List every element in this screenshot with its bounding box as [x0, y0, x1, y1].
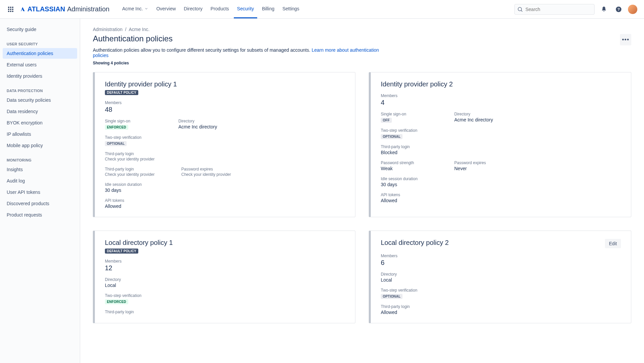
- policy-title: Identity provider policy 2: [381, 80, 621, 88]
- pw-expires-value: Never: [454, 166, 501, 171]
- sso-status: ENFORCED: [105, 125, 128, 130]
- directory-label: Directory: [381, 272, 621, 277]
- thirdparty-sub-2: Check your identity provider: [105, 172, 155, 177]
- sidebar-item-mobile-app-policy[interactable]: Mobile app policy: [3, 140, 77, 151]
- policy-title: Identity provider policy 1: [105, 80, 345, 88]
- directory-label: Directory: [178, 119, 225, 123]
- notifications-icon[interactable]: [599, 4, 609, 15]
- directory-value: Acme Inc directory: [178, 124, 225, 129]
- showing-count: Showing 4 policies: [93, 61, 631, 65]
- sidebar-header-monitoring: MONITORING: [3, 151, 77, 164]
- top-bar: ATLASSIAN Administration Acme Inc. Overv…: [0, 0, 644, 19]
- pw-expires-label: Password expires: [454, 160, 501, 165]
- idle-value: 30 days: [105, 188, 345, 193]
- pw-expires-label: Password expires: [181, 167, 231, 171]
- sidebar-header-user-security: USER SECURITY: [3, 35, 77, 48]
- more-actions-button[interactable]: •••: [620, 34, 631, 45]
- main-content: Administration / Acme Inc. Authenticatio…: [80, 19, 644, 363]
- twostep-status: OPTIONAL: [381, 294, 402, 299]
- thirdparty-label: Third-party login: [105, 151, 345, 156]
- topbar-right: ?: [514, 4, 637, 15]
- thirdparty-label: Third-party login: [105, 310, 345, 314]
- default-policy-badge: DEFAULT POLICY: [105, 90, 138, 95]
- sso-label: Single sign-on: [381, 112, 428, 116]
- twostep-status: OPTIONAL: [381, 134, 402, 139]
- members-value: 12: [105, 264, 345, 272]
- policy-card: Identity provider policy 1 DEFAULT POLIC…: [93, 72, 355, 217]
- svg-line-1: [521, 10, 522, 11]
- policy-card: Identity provider policy 2 Members 4 Sin…: [369, 72, 631, 217]
- members-label: Members: [105, 100, 345, 105]
- sidebar-item-insights[interactable]: Insights: [3, 164, 77, 175]
- pw-strength-value: Weak: [381, 166, 428, 171]
- search-input[interactable]: [514, 4, 595, 15]
- sidebar-item-ip-allowlists[interactable]: IP allowlists: [3, 129, 77, 139]
- nav-billing[interactable]: Billing: [259, 0, 278, 18]
- sidebar-item-identity-providers[interactable]: Identity providers: [3, 71, 77, 81]
- pw-strength-label: Password strength: [381, 160, 428, 165]
- default-policy-badge: DEFAULT POLICY: [105, 249, 138, 254]
- thirdparty-sub: Check your identity provider: [105, 157, 345, 161]
- sidebar-item-byok[interactable]: BYOK encryption: [3, 117, 77, 128]
- breadcrumb: Administration / Acme Inc.: [93, 27, 631, 32]
- sidebar-item-product-requests[interactable]: Product requests: [3, 210, 77, 220]
- twostep-label: Two-step verification: [105, 293, 345, 298]
- org-name: Acme Inc.: [122, 6, 143, 11]
- search-box: [514, 4, 595, 15]
- edit-button[interactable]: Edit: [605, 239, 621, 248]
- thirdparty-value: Blocked: [381, 150, 621, 155]
- api-label: API tokens: [105, 198, 345, 203]
- avatar[interactable]: [628, 5, 637, 14]
- directory-value: Local: [105, 283, 345, 288]
- svg-point-0: [518, 7, 522, 11]
- sso-label: Single sign-on: [105, 119, 152, 123]
- thirdparty-label: Third-party login: [381, 144, 621, 149]
- nav-products[interactable]: Products: [207, 0, 232, 18]
- svg-text:?: ?: [617, 7, 620, 11]
- org-dropdown[interactable]: Acme Inc.: [119, 0, 152, 18]
- nav-security[interactable]: Security: [234, 0, 258, 18]
- members-label: Members: [105, 259, 345, 264]
- sidebar-item-user-api-tokens[interactable]: User API tokens: [3, 187, 77, 198]
- api-label: API tokens: [381, 193, 621, 197]
- page-title: Authentication policies: [93, 34, 173, 43]
- sidebar-item-external-users[interactable]: External users: [3, 59, 77, 70]
- members-value: 4: [381, 99, 621, 106]
- sidebar-header-data-protection: DATA PROTECTION: [3, 82, 77, 95]
- breadcrumb-admin[interactable]: Administration: [93, 27, 123, 32]
- members-value: 6: [381, 259, 621, 267]
- twostep-status: ENFORCED: [105, 299, 128, 304]
- api-value: Allowed: [105, 204, 345, 209]
- twostep-label: Two-step verification: [381, 128, 621, 133]
- policy-card: Local directory policy 2 Edit Members 6 …: [369, 231, 631, 323]
- sidebar-security-guide[interactable]: Security guide: [3, 24, 77, 35]
- policy-title: Local directory policy 1: [105, 239, 345, 247]
- thirdparty-label: Third-party login: [381, 304, 621, 309]
- sidebar-item-audit-log[interactable]: Audit log: [3, 175, 77, 186]
- nav-directory[interactable]: Directory: [180, 0, 206, 18]
- sidebar-item-discovered-products[interactable]: Discovered products: [3, 198, 77, 209]
- top-nav: Acme Inc. Overview Directory Products Se…: [119, 0, 303, 18]
- nav-settings[interactable]: Settings: [279, 0, 303, 18]
- policy-cards: Identity provider policy 1 DEFAULT POLIC…: [93, 72, 631, 323]
- nav-overview[interactable]: Overview: [153, 0, 179, 18]
- idle-value: 30 days: [381, 182, 621, 187]
- help-icon[interactable]: ?: [613, 4, 624, 15]
- brand-suffix: Administration: [67, 5, 110, 13]
- twostep-label: Two-step verification: [381, 288, 621, 293]
- sidebar-item-auth-policies[interactable]: Authentication policies: [3, 48, 77, 59]
- app-switcher-icon[interactable]: [7, 5, 15, 13]
- brand: ATLASSIAN Administration: [19, 5, 110, 13]
- twostep-status: OPTIONAL: [105, 141, 127, 146]
- search-icon: [517, 6, 523, 12]
- chevron-down-icon: [144, 7, 148, 11]
- members-label: Members: [381, 93, 621, 98]
- twostep-label: Two-step verification: [105, 135, 345, 140]
- sso-status: OFF: [381, 118, 392, 123]
- directory-label: Directory: [105, 277, 345, 282]
- sidebar-item-data-security[interactable]: Data security policies: [3, 95, 77, 105]
- brand-name: ATLASSIAN: [27, 5, 65, 13]
- idle-label: Idle session duration: [105, 182, 345, 187]
- sidebar-item-data-residency[interactable]: Data residency: [3, 106, 77, 117]
- idle-label: Idle session duration: [381, 176, 621, 181]
